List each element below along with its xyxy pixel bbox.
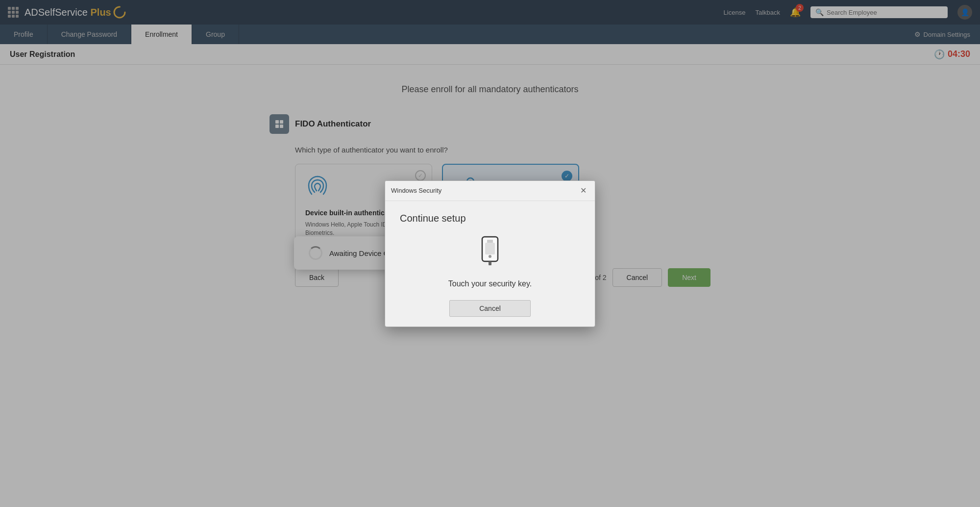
dialog-body: Continue setup Touch your security key. … bbox=[385, 201, 595, 327]
svg-rect-9 bbox=[487, 240, 493, 243]
svg-rect-8 bbox=[485, 243, 495, 254]
dialog-heading: Continue setup bbox=[400, 213, 580, 224]
dialog-message: Touch your security key. bbox=[400, 279, 580, 288]
dialog-title: Windows Security bbox=[391, 187, 441, 194]
dialog-cancel-button[interactable]: Cancel bbox=[449, 300, 531, 317]
svg-rect-11 bbox=[489, 261, 491, 265]
windows-security-overlay: Windows Security ✕ Continue setup Touch … bbox=[0, 0, 980, 507]
windows-security-dialog: Windows Security ✕ Continue setup Touch … bbox=[385, 180, 595, 327]
svg-point-10 bbox=[489, 255, 491, 258]
dialog-close-button[interactable]: ✕ bbox=[577, 185, 589, 197]
security-key-icon bbox=[400, 236, 580, 272]
dialog-titlebar: Windows Security ✕ bbox=[385, 181, 595, 201]
